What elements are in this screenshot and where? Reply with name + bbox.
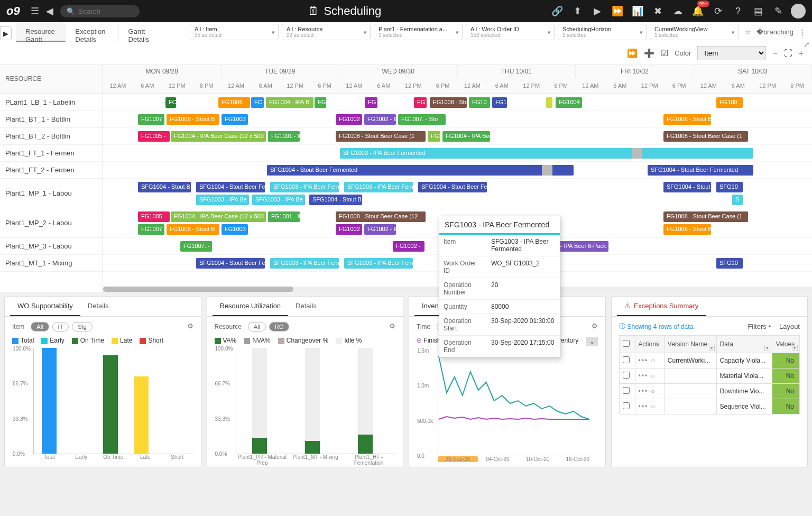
row-checkbox[interactable] (623, 387, 630, 394)
gantt-bar[interactable]: SFG1004 - Stout B (138, 182, 191, 192)
row-actions[interactable]: ••• ○ (639, 372, 656, 380)
tab-resource-utilization[interactable]: Resource Utilization (213, 297, 289, 316)
gantt-bar[interactable]: FG1007 (138, 114, 164, 125)
gantt-bar[interactable]: FG1006 - Stout B (663, 114, 711, 125)
gear-icon[interactable]: ⚙ (592, 322, 598, 330)
filter-icon[interactable]: ▾ (548, 29, 551, 35)
gantt-bar[interactable]: SFG10 (716, 182, 743, 192)
gantt-bar[interactable]: FG1006 (218, 97, 250, 108)
row-actions[interactable]: ••• ○ (639, 403, 656, 410)
gantt-bar[interactable]: FG (365, 97, 377, 108)
link-icon[interactable]: 🔗 (550, 4, 565, 19)
avatar[interactable] (791, 4, 806, 19)
filter-chip[interactable]: SchedulingHorizon1 selected▾ (558, 24, 647, 40)
tab-wo-details[interactable]: Details (80, 297, 116, 316)
close-icon[interactable]: ✖ (650, 4, 665, 19)
gantt-bar[interactable]: SFG1003 - IPA Beer Ferm (270, 258, 339, 269)
filter-chip[interactable]: Plant1 - Fermenatation a...1 selected▾ (374, 24, 463, 40)
gantt-bar[interactable]: SFG1004 - Stout Beer Fer (418, 182, 487, 192)
gantt-bar[interactable]: FC (165, 97, 176, 108)
more-icon[interactable]: ⋮ (799, 28, 806, 36)
layout-button[interactable]: Layout (779, 322, 800, 330)
gantt-bar[interactable] (546, 97, 552, 108)
select-all-checkbox[interactable] (623, 340, 630, 347)
tab-ru-details[interactable]: Details (288, 297, 324, 316)
gantt-row[interactable]: FG1007FG1006 - Stout BFG1003FG1002 -FG10… (103, 111, 812, 128)
gantt-bar[interactable]: FG1004 - IPA Beer Case (12 x 500 (171, 131, 266, 142)
pill-stg[interactable]: Stg (72, 322, 93, 331)
filter-chip[interactable]: All : Item35 selected▾ (190, 24, 279, 40)
chart-icon[interactable]: 📊 (630, 4, 645, 19)
table-row[interactable]: ••• ○ Material Viola...No (619, 368, 800, 384)
gantt-bar[interactable]: FG1005 - (138, 211, 170, 222)
filter-icon[interactable]: ▾ (364, 29, 367, 35)
table-row[interactable]: ••• ○ Sequence Viol...No (619, 399, 800, 414)
gantt-bar[interactable]: FG1005 - (138, 131, 170, 142)
row-checkbox[interactable] (623, 402, 630, 409)
gantt-bar[interactable]: FG1 (428, 131, 440, 142)
pill-all[interactable]: All (31, 322, 49, 331)
share-icon[interactable]: �branching (756, 28, 793, 36)
star-icon[interactable]: ☆ (745, 28, 751, 36)
fullscreen-icon[interactable]: ⤢ (804, 40, 810, 49)
tab-resource-gantt[interactable]: Resource Gantt (16, 22, 66, 42)
table-row[interactable]: ••• ○ Downtime Vio...No (619, 384, 800, 399)
gantt-bar[interactable]: SFG1004 - Stout B (663, 182, 711, 192)
tab-exception-details[interactable]: Exception Details (66, 22, 118, 42)
gantt-bar[interactable]: SFG1003 - IPA Beer Ferm (344, 182, 413, 192)
gantt-bar[interactable]: FG1008 - Stout Beer Case (1 (336, 131, 426, 142)
gantt-bar[interactable]: FG1001 - IF (268, 211, 300, 222)
menu-icon[interactable]: ☰ (27, 4, 42, 19)
gantt-bar[interactable]: FG1 (492, 97, 507, 108)
gantt-bar[interactable]: FG1008 - Sto (430, 97, 467, 108)
gantt-bar[interactable]: FG1 (315, 97, 326, 108)
book-icon[interactable]: ▤ (751, 4, 765, 19)
gantt-bar[interactable]: FG1003 (222, 114, 248, 125)
bell-icon[interactable]: 🔔99+ (690, 4, 705, 19)
cloud-icon[interactable]: ☁ (670, 4, 685, 19)
gantt-bar[interactable]: SFG1004 - Stout Beer Fer (196, 258, 265, 269)
filter-icon[interactable]: ▾ (732, 29, 735, 35)
gantt-bar[interactable]: FC (251, 97, 264, 108)
gantt-bar[interactable]: FG1006 - Stout B (167, 224, 219, 235)
gantt-bar[interactable]: SFG1003 - IPA Be (196, 195, 249, 205)
gantt-bar[interactable]: FG (414, 97, 427, 108)
gantt-bar[interactable]: FG1004 - IPA B (266, 97, 313, 108)
gantt-bar[interactable]: FG1002 - IP (364, 224, 396, 235)
gantt-bar[interactable]: SFG1003 - IPA Be (252, 195, 305, 205)
gantt-chart[interactable]: RESOURCE PLant1_LB_1 - LabelinPlant1_BT_… (0, 64, 812, 292)
gantt-row[interactable]: FCFG1006FCFG1004 - IPA BFG1FGFGFG1008 - … (103, 94, 812, 111)
gantt-bar[interactable]: SFG1003 - IPA Beer Ferm (344, 258, 413, 269)
gantt-bar[interactable]: FG1007. - Sto (398, 114, 446, 125)
ff-icon[interactable]: ⏩ (627, 48, 638, 58)
gantt-bar[interactable]: SFG1004 - Stout Beer Fermented (267, 165, 574, 176)
filter-chip[interactable]: CurrentWorkingView1 selected▾ (650, 24, 739, 40)
gantt-bar[interactable]: FG1008 - Stout Beer Case (1 (663, 211, 748, 222)
filter-chip[interactable]: All : Work Order ID152 selected▾ (466, 24, 555, 40)
play-icon[interactable]: ▶ (590, 4, 605, 19)
expand-sidebar-handle[interactable]: ▶ (0, 26, 12, 40)
zoom-out-icon[interactable]: − (772, 49, 777, 58)
row-actions[interactable]: ••• ○ (639, 388, 656, 395)
gantt-row[interactable]: SFG1004 - Stout Beer FermentedSFG1004 - … (103, 162, 812, 179)
gantt-bar[interactable]: FG1004 - IPA Beer (442, 131, 490, 142)
back-icon[interactable]: ◀ (42, 4, 57, 19)
gantt-bar[interactable] (648, 148, 753, 159)
filters-button[interactable]: Filters • (748, 322, 771, 330)
chart-bar[interactable] (358, 435, 373, 454)
gantt-bar[interactable]: FG1007 (138, 224, 164, 235)
gantt-bar[interactable]: FG1002 - (336, 114, 362, 125)
tab-wo-supportability[interactable]: WO Supportability (10, 297, 80, 316)
table-row[interactable]: ••• ○ CurrentWorki...Capacity Viola...No (619, 353, 800, 368)
gantt-bar[interactable]: SFG1004 - Stout Beer Fermented (648, 165, 753, 176)
fit-icon[interactable]: ⛶ (784, 49, 792, 58)
gantt-bar[interactable]: FG1007. - (180, 241, 212, 252)
upload-icon[interactable]: ⬆ (570, 4, 585, 19)
gantt-bar[interactable]: SFG1003 - IPA Beer Ferm (270, 182, 339, 192)
gear-icon[interactable]: ⚙ (187, 322, 193, 330)
filter-icon[interactable]: ▾ (456, 29, 459, 35)
gantt-bar[interactable]: SFG1003 - IPA Beer Fermented (340, 148, 678, 159)
gantt-bar[interactable]: FG1002 - (393, 241, 425, 252)
gantt-bar[interactable]: FG1004 (556, 97, 582, 108)
gantt-row[interactable]: FG1005 -FG1004 - IPA Beer Case (12 x 500… (103, 128, 812, 145)
